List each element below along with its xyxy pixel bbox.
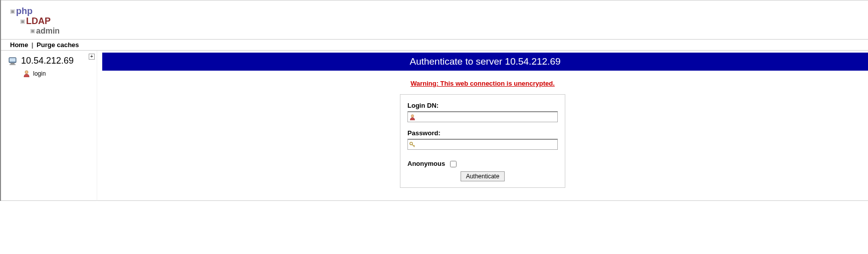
server-ip-label: 10.54.212.69: [21, 56, 74, 66]
header-banner: ▣php ▣LDAP ▣admin: [1, 0, 868, 40]
collapse-icon: ▣: [30, 28, 35, 34]
unencrypted-warning-link[interactable]: Warning: This web connection is unencryp…: [410, 80, 555, 87]
anonymous-row: Anonymous: [407, 160, 558, 167]
content-area: + 10.54.212.69 login: [1, 51, 868, 201]
svg-rect-1: [10, 58, 16, 62]
collapse-icon: ▣: [20, 18, 25, 24]
sidebar: + 10.54.212.69 login: [1, 51, 97, 201]
toolbar-separator: |: [32, 41, 34, 49]
server-icon: [8, 56, 18, 66]
logo-text-php: php: [16, 6, 33, 16]
login-dn-input[interactable]: [417, 113, 557, 122]
sidebar-item-login[interactable]: login: [23, 70, 94, 77]
person-icon: [408, 114, 417, 120]
svg-rect-2: [11, 63, 15, 64]
app-logo: ▣php ▣LDAP ▣admin: [10, 7, 60, 35]
server-tree-root[interactable]: 10.54.212.69: [8, 56, 94, 66]
purge-caches-link[interactable]: Purge caches: [37, 41, 79, 49]
authenticate-button[interactable]: Authenticate: [461, 171, 505, 181]
key-icon: [408, 142, 417, 148]
page-title: Authenticate to server 10.54.212.69: [102, 53, 868, 71]
svg-line-8: [414, 145, 415, 146]
svg-point-4: [25, 71, 28, 74]
home-link[interactable]: Home: [10, 41, 28, 49]
login-tree-label: login: [33, 70, 46, 77]
login-dn-label: Login DN:: [407, 102, 558, 109]
anonymous-checkbox[interactable]: [450, 161, 457, 167]
password-label: Password:: [407, 129, 558, 137]
svg-rect-3: [10, 64, 16, 65]
collapse-icon: ▣: [10, 8, 15, 14]
warning-banner: Warning: This web connection is unencryp…: [97, 80, 868, 87]
password-input[interactable]: [417, 140, 557, 149]
main-panel: Authenticate to server 10.54.212.69 Warn…: [97, 51, 868, 201]
logo-text-ldap: LDAP: [26, 16, 51, 26]
anonymous-label: Anonymous: [407, 160, 445, 167]
svg-point-5: [411, 115, 413, 117]
login-form: Login DN: Password:: [400, 94, 565, 188]
logo-text-admin: admin: [36, 27, 60, 35]
top-toolbar: Home | Purge caches: [1, 40, 868, 51]
person-icon: [23, 70, 30, 77]
expand-sidebar-toggle[interactable]: +: [89, 54, 95, 60]
password-input-wrap[interactable]: [407, 139, 558, 150]
login-dn-input-wrap[interactable]: [407, 111, 558, 122]
